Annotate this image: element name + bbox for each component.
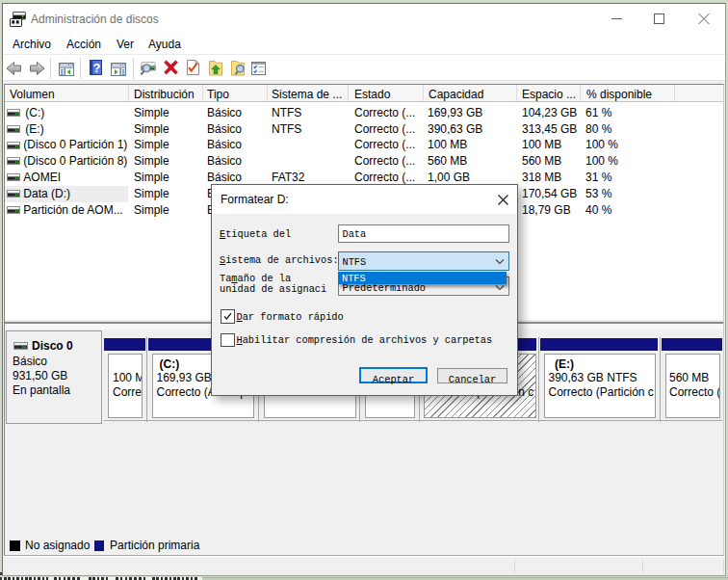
svg-text:?: ? [93, 61, 101, 75]
